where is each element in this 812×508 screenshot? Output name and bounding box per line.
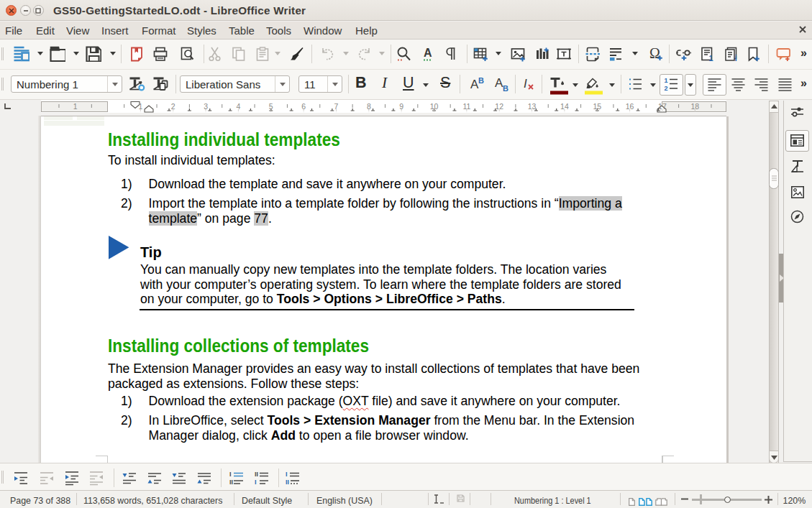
svg-text:2: 2 (665, 85, 668, 92)
svg-text:1: 1 (709, 54, 713, 63)
svg-text:I: I (524, 77, 527, 91)
svg-text:i: i (735, 53, 737, 62)
svg-text:I: I (286, 471, 288, 478)
svg-text:A: A (424, 47, 432, 59)
svg-text:I: I (229, 471, 232, 478)
svg-text:II: II (229, 479, 233, 486)
svg-text:B: B (503, 84, 508, 92)
svg-text:1: 1 (665, 77, 668, 84)
svg-text:II: II (255, 471, 258, 478)
svg-text:B: B (478, 76, 484, 85)
svg-text:Ω: Ω (649, 46, 660, 61)
svg-text:II: II (286, 479, 289, 486)
svg-text:I: I (255, 479, 257, 486)
